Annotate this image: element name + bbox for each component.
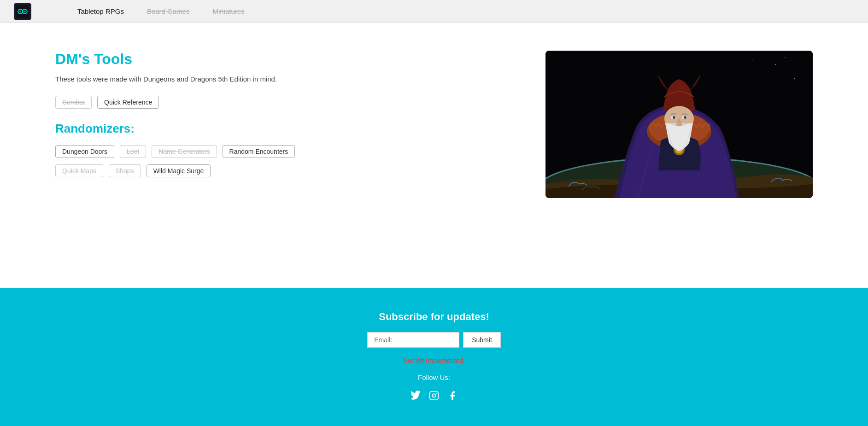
tool-quick-reference-tag[interactable]: Quick Reference (97, 96, 159, 109)
svg-point-9 (794, 78, 795, 79)
randomizer-quick-maps[interactable]: Quick Maps (55, 164, 103, 177)
site-logo[interactable] (14, 3, 31, 20)
social-icons (411, 391, 457, 403)
randomizer-loot[interactable]: Loot (120, 145, 146, 158)
nav-link-board-games[interactable]: Board Games (147, 7, 190, 15)
svg-point-8 (766, 73, 767, 74)
svg-point-6 (775, 64, 776, 65)
svg-point-3 (19, 11, 21, 12)
tool-combat-tag[interactable]: Combat (55, 96, 92, 109)
svg-point-25 (432, 394, 435, 397)
instagram-icon[interactable] (429, 391, 439, 403)
randomizers-row-1: Dungeon Doors Loot Name Generators Rando… (55, 145, 518, 158)
left-panel: DM's Tools These tools were made with Du… (55, 51, 518, 251)
subscribe-form: Submit (367, 332, 501, 348)
right-panel (545, 51, 813, 251)
main-content: DM's Tools These tools were made with Du… (0, 23, 868, 288)
randomizer-random-encounters[interactable]: Random Encounters (223, 145, 295, 158)
svg-point-22 (673, 116, 675, 119)
page-title: DM's Tools (55, 51, 518, 68)
page-description: These tools were made with Dungeons and … (55, 75, 518, 83)
submit-button[interactable]: Submit (463, 332, 501, 348)
randomizer-wild-magic-surge[interactable]: Wild Magic Surge (147, 164, 211, 177)
randomizer-name-generators[interactable]: Name Generators (152, 145, 217, 158)
svg-point-7 (785, 57, 786, 58)
svg-point-10 (752, 59, 753, 60)
randomizers-row-2: Quick Maps Shops Wild Magic Surge (55, 164, 518, 177)
randomizers-title: Randomizers: (55, 122, 518, 136)
subscribe-title: Subscribe for updates! (379, 311, 489, 323)
facebook-icon[interactable] (447, 391, 457, 403)
not-implemented-text: Not Yet Implemented. (403, 357, 465, 364)
randomizer-dungeon-doors[interactable]: Dungeon Doors (55, 145, 114, 158)
nav-item-tabletop-rpgs[interactable]: Tabletop RPGs (77, 7, 124, 16)
svg-point-26 (436, 393, 437, 394)
nav-links: Tabletop RPGs Board Games Miniatures (77, 7, 245, 16)
twitter-icon[interactable] (411, 391, 421, 403)
nav-link-miniatures[interactable]: Miniatures (212, 7, 244, 15)
email-input[interactable] (367, 332, 459, 348)
nav-link-tabletop-rpgs[interactable]: Tabletop RPGs (77, 7, 124, 15)
svg-point-23 (684, 116, 686, 119)
tools-section: Combat Quick Reference (55, 96, 518, 109)
follow-us-label: Follow Us: (418, 373, 450, 381)
svg-rect-24 (430, 391, 438, 400)
randomizer-shops[interactable]: Shops (109, 164, 141, 177)
randomizers-grid: Dungeon Doors Loot Name Generators Rando… (55, 145, 518, 177)
svg-point-4 (24, 11, 26, 12)
hero-image (545, 51, 813, 198)
nav-item-miniatures[interactable]: Miniatures (212, 7, 244, 16)
nav-item-board-games[interactable]: Board Games (147, 7, 190, 16)
footer: Subscribe for updates! Submit Not Yet Im… (0, 288, 868, 426)
navbar: Tabletop RPGs Board Games Miniatures (0, 0, 868, 23)
